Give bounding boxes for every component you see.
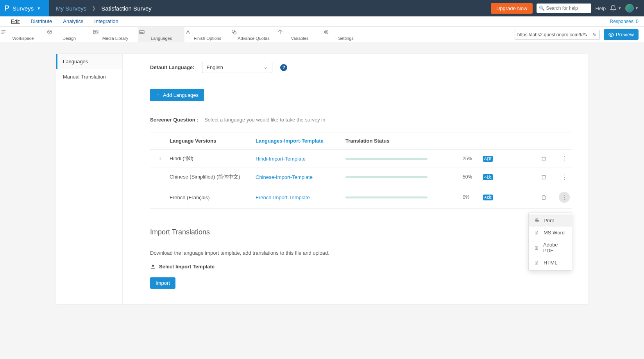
lang-name: Hindi (हिंदी) — [170, 155, 256, 162]
svg-point-12 — [234, 31, 236, 34]
dropdown-label: Print — [544, 218, 554, 223]
tool-media-library[interactable]: Media Library — [92, 27, 138, 42]
default-language-select[interactable]: English — [202, 62, 272, 73]
tool-design[interactable]: Design — [46, 27, 92, 42]
languages-import-template-link[interactable]: Languages-Import-Template — [256, 138, 345, 144]
export-dropdown: 🖶 Print 🗎 MS Word 🗎 Adobe PDF 🗎 HTML — [528, 213, 572, 271]
add-languages-button[interactable]: ＋ Add Languages — [150, 89, 204, 101]
help-icon[interactable]: ? — [280, 64, 287, 71]
delete-icon[interactable] — [541, 174, 556, 180]
svg-point-4 — [48, 31, 49, 32]
translation-progress — [345, 196, 463, 198]
word-icon: 🗎 — [534, 230, 540, 236]
topbar: P Surveys ▼ My Surveys ❯ Satisfaction Su… — [0, 0, 644, 16]
settings-icon — [323, 29, 369, 35]
tab-integration[interactable]: Integration — [89, 18, 123, 24]
notifications-icon[interactable]: ▼ — [610, 5, 621, 12]
responses-count[interactable]: Responses: 0 — [610, 19, 639, 24]
dropdown-label: HTML — [544, 260, 557, 266]
help-link[interactable]: Help — [595, 5, 606, 11]
print-icon: 🖶 — [534, 218, 540, 223]
finish-icon — [184, 29, 231, 35]
preview-button[interactable]: Preview — [604, 29, 639, 40]
import-button[interactable]: Import — [150, 277, 175, 289]
tool-label: Settings — [338, 36, 354, 41]
dropdown-label: MS Word — [544, 230, 565, 236]
delete-icon[interactable] — [541, 195, 556, 200]
search-input[interactable] — [537, 4, 591, 13]
page-panel: Languages Manual Translation Default Lan… — [56, 54, 588, 304]
svg-point-3 — [48, 30, 52, 34]
row-menu-icon[interactable]: ⋮ — [556, 173, 572, 180]
tab-analytics[interactable]: Analytics — [57, 18, 89, 24]
tool-variables[interactable]: Variables — [277, 27, 323, 42]
logo-icon: P — [5, 4, 9, 13]
tab-edit[interactable]: Edit — [5, 18, 25, 24]
dropdown-item-msword[interactable]: 🗎 MS Word — [529, 227, 572, 239]
dropdown-label: Adobe PDF — [543, 242, 566, 254]
user-avatar[interactable]: ▼ — [625, 4, 639, 13]
translate-badge-icon[interactable]: A|文 — [483, 174, 493, 180]
lang-template-link[interactable]: Hindi-Import-Template — [256, 156, 345, 162]
svg-point-6 — [49, 32, 50, 33]
tool-languages[interactable]: Languages — [138, 27, 184, 42]
tool-label: Languages — [151, 36, 172, 41]
upgrade-button[interactable]: Upgrade Now — [491, 3, 533, 14]
table-row: ⁞⁞ Hindi (हिंदी) Hindi-Import-Template 2… — [150, 150, 572, 168]
html-icon: 🗎 — [534, 260, 540, 266]
survey-url-input[interactable] — [515, 30, 589, 39]
add-languages-label: Add Languages — [163, 92, 199, 98]
sidenav-item-languages[interactable]: Languages — [56, 54, 122, 69]
eye-icon — [608, 32, 614, 38]
table-row: French (Français) French-Import-Template… — [150, 186, 572, 209]
row-menu-icon[interactable]: ⋮ — [556, 155, 572, 162]
tab-distribute[interactable]: Distribute — [25, 18, 57, 24]
translate-badge-icon[interactable]: A|文 — [483, 195, 493, 200]
svg-point-5 — [50, 31, 50, 32]
translate-badge-icon[interactable]: A|文 — [483, 156, 493, 162]
quota-icon — [231, 29, 277, 35]
col-language-versions: Language Versions — [170, 138, 256, 144]
chevron-down-icon: ▼ — [37, 6, 41, 11]
lang-template-link[interactable]: Chinese-Import-Template — [256, 174, 345, 180]
edit-url-icon[interactable]: ✎ — [589, 32, 599, 38]
tool-workspace[interactable]: Workspace — [0, 27, 46, 42]
dropdown-item-html[interactable]: 🗎 HTML — [529, 257, 572, 269]
product-switcher[interactable]: P Surveys ▼ — [0, 0, 49, 16]
import-translations-section: Import Translations Download the languag… — [150, 228, 572, 289]
pdf-icon: 🗎 — [534, 245, 539, 251]
tool-settings[interactable]: Settings — [323, 27, 369, 42]
progress-percent: 50% — [463, 174, 478, 180]
svg-point-13 — [326, 31, 327, 33]
upload-icon — [150, 264, 156, 270]
tool-advance-quotas[interactable]: Advance Quotas — [231, 27, 277, 42]
default-language-row: Default Language: English ? — [150, 62, 572, 73]
table-header: Language Versions Languages-Import-Templ… — [150, 132, 572, 150]
chevron-down-icon: ▼ — [618, 6, 621, 10]
content-area: Default Language: English ? ＋ Add Langua… — [123, 54, 588, 304]
tool-label: Advance Quotas — [238, 36, 269, 41]
breadcrumb-root[interactable]: My Surveys — [56, 5, 86, 12]
search-help-wrapper: 🔍 — [537, 4, 591, 13]
delete-icon[interactable] — [541, 156, 556, 162]
select-import-template[interactable]: Select Import Template — [150, 264, 572, 270]
sidenav-item-manual-translation[interactable]: Manual Translation — [56, 69, 122, 84]
tool-finish-options[interactable]: Finish Options — [184, 27, 231, 42]
col-translation-status: Translation Status — [345, 138, 463, 144]
editor-toolbar: Workspace Design Media Library Languages… — [0, 27, 644, 43]
dropdown-item-pdf[interactable]: 🗎 Adobe PDF — [529, 239, 572, 257]
default-language-label: Default Language: — [150, 64, 194, 70]
row-menu-icon[interactable]: ⋮ — [559, 192, 570, 203]
dropdown-item-print[interactable]: 🖶 Print — [529, 214, 572, 227]
table-row: Chinese (Simplified) (简体中文) Chinese-Impo… — [150, 168, 572, 186]
tool-label: Media Library — [102, 36, 129, 41]
tool-label: Design — [63, 36, 76, 41]
svg-rect-15 — [151, 268, 155, 268]
design-icon — [46, 29, 92, 35]
lang-template-link[interactable]: French-Import-Template — [256, 195, 345, 200]
svg-point-8 — [95, 31, 96, 32]
side-nav: Languages Manual Translation — [56, 54, 123, 304]
drag-handle-icon[interactable]: ⁞⁞ — [150, 156, 170, 161]
languages-icon — [138, 29, 184, 35]
chevron-down-icon: ▼ — [635, 6, 639, 10]
